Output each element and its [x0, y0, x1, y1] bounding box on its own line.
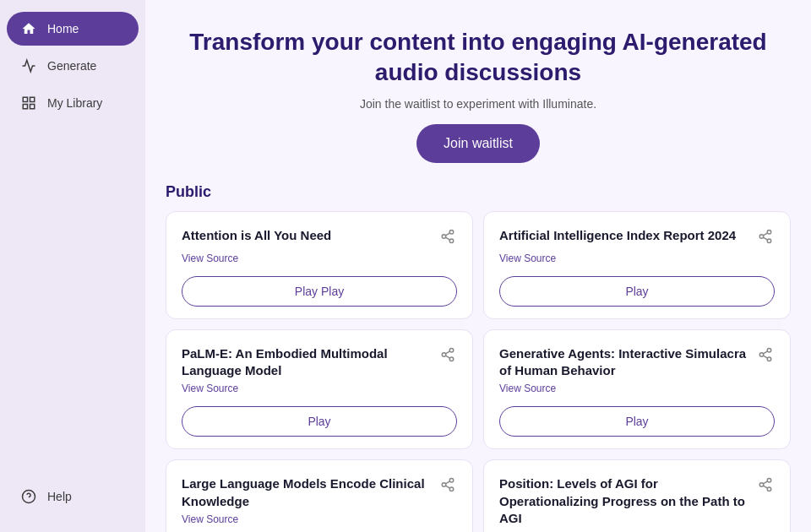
svg-line-34	[763, 486, 767, 488]
sidebar-item-generate[interactable]: Generate	[7, 49, 139, 83]
view-source-link[interactable]: View Source	[182, 252, 457, 264]
svg-point-22	[759, 353, 764, 357]
share-button[interactable]	[756, 475, 775, 497]
card-title: Position: Levels of AGI for Operationali…	[499, 475, 749, 527]
cards-grid: Attention is All You Need View Source Pl…	[166, 211, 791, 532]
svg-line-10	[445, 233, 449, 236]
svg-point-18	[449, 357, 454, 361]
svg-point-23	[767, 357, 771, 361]
svg-point-32	[759, 483, 764, 487]
svg-line-9	[445, 237, 449, 240]
view-source-link[interactable]: View Source	[182, 383, 457, 394]
hero-title: Transform your content into engaging AI-…	[166, 27, 791, 89]
card-title: Artificial Intelligence Index Report 202…	[499, 227, 749, 244]
svg-line-29	[445, 486, 449, 488]
svg-rect-3	[30, 105, 35, 109]
sidebar-item-home-label: Home	[47, 22, 79, 35]
view-source-link[interactable]: View Source	[499, 252, 775, 264]
home-icon	[20, 20, 37, 37]
svg-point-7	[442, 235, 446, 239]
svg-line-19	[445, 356, 449, 358]
sidebar-item-library-label: My Library	[47, 96, 102, 110]
svg-point-31	[767, 479, 771, 483]
svg-line-35	[763, 481, 767, 484]
svg-point-28	[449, 487, 454, 491]
join-waitlist-button[interactable]: Join waitlist	[416, 124, 540, 163]
svg-line-15	[763, 233, 767, 236]
card-header: Generative Agents: Interactive Simulacra…	[499, 345, 775, 380]
card-title: Generative Agents: Interactive Simulacra…	[499, 345, 749, 380]
help-circle-icon	[20, 488, 37, 505]
card-llm-clinical: Large Language Models Encode Clinical Kn…	[166, 459, 473, 532]
card-header: Artificial Intelligence Index Report 202…	[499, 227, 775, 249]
card-agi-levels: Position: Levels of AGI for Operationali…	[483, 459, 791, 532]
share-button[interactable]	[756, 227, 775, 249]
svg-point-33	[767, 487, 771, 491]
svg-point-21	[767, 348, 771, 352]
sidebar-item-my-library[interactable]: My Library	[7, 86, 139, 120]
sidebar-item-generate-label: Generate	[47, 59, 96, 73]
svg-rect-1	[30, 97, 35, 101]
svg-point-17	[442, 353, 446, 357]
card-palm-e: PaLM-E: An Embodied Multimodal Language …	[166, 329, 473, 450]
svg-line-30	[445, 481, 449, 484]
svg-line-20	[445, 351, 449, 354]
svg-rect-2	[23, 105, 27, 109]
share-button[interactable]	[438, 227, 457, 249]
main-content: Transform your content into engaging AI-…	[145, 0, 811, 532]
card-title: Attention is All You Need	[182, 227, 432, 244]
svg-point-6	[449, 230, 454, 234]
sidebar-item-home[interactable]: Home	[7, 12, 139, 46]
card-header: Position: Levels of AGI for Operationali…	[499, 475, 775, 527]
sidebar-item-help-label: Help	[47, 490, 72, 503]
share-button[interactable]	[756, 345, 775, 367]
share-button[interactable]	[438, 345, 457, 367]
svg-rect-0	[23, 97, 27, 101]
svg-line-24	[763, 356, 767, 358]
svg-line-14	[763, 237, 767, 240]
waveform-icon	[20, 57, 37, 74]
sidebar-item-help[interactable]: Help	[7, 480, 139, 513]
card-header: PaLM-E: An Embodied Multimodal Language …	[182, 345, 457, 380]
public-section-label: Public	[166, 183, 791, 201]
sidebar: Home Generate My Library Help	[0, 0, 145, 532]
svg-point-27	[442, 483, 446, 487]
play-button[interactable]: Play Play	[182, 276, 457, 307]
share-button[interactable]	[438, 475, 457, 497]
card-title: Large Language Models Encode Clinical Kn…	[182, 475, 432, 510]
play-button[interactable]: Play	[499, 406, 775, 437]
hero-subtitle: Join the waitlist to experiment with Ill…	[166, 97, 791, 111]
svg-point-11	[767, 230, 771, 234]
svg-line-25	[763, 351, 767, 354]
view-source-link[interactable]: View Source	[499, 383, 775, 394]
svg-point-13	[767, 239, 771, 243]
svg-point-16	[449, 348, 454, 352]
hero-section: Transform your content into engaging AI-…	[166, 27, 791, 163]
card-attention: Attention is All You Need View Source Pl…	[166, 211, 473, 319]
svg-point-12	[759, 235, 764, 239]
svg-point-26	[449, 479, 454, 483]
play-button[interactable]: Play	[499, 276, 775, 307]
svg-point-8	[449, 239, 454, 243]
play-button[interactable]: Play	[182, 406, 457, 437]
card-generative-agents: Generative Agents: Interactive Simulacra…	[483, 329, 791, 450]
card-header: Large Language Models Encode Clinical Kn…	[182, 475, 457, 510]
library-icon	[20, 95, 37, 111]
card-title: PaLM-E: An Embodied Multimodal Language …	[182, 345, 432, 380]
view-source-link[interactable]: View Source	[182, 513, 457, 525]
card-ai-index: Artificial Intelligence Index Report 202…	[483, 211, 791, 319]
card-header: Attention is All You Need	[182, 227, 457, 249]
